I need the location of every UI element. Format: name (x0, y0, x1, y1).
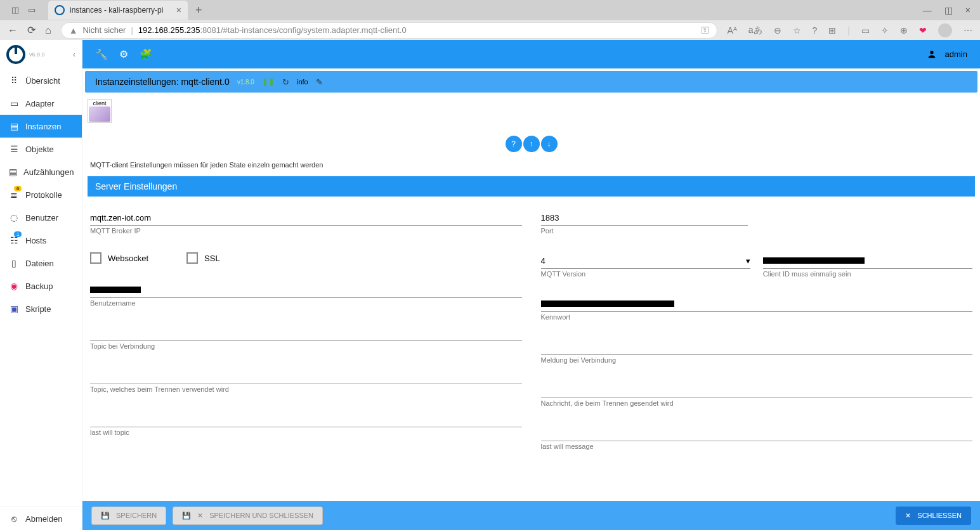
lwt-topic-input[interactable] (90, 411, 522, 427)
extensions-icon[interactable]: ⊞ (828, 25, 836, 36)
heart-icon[interactable]: ❤ (919, 25, 927, 36)
scripts-icon: ▣ (9, 304, 19, 314)
font-icon[interactable]: Aᴬ (727, 25, 736, 36)
redacted-value (541, 301, 674, 307)
instance-version: v1.8.0 (237, 79, 254, 86)
checkbox-icon[interactable] (186, 252, 198, 264)
nav-bar: ← ⟳ ⌂ ▲ Nicht sicher | 192.168.255.235:8… (0, 20, 980, 40)
sidebar-item-overview[interactable]: ⠿Übersicht (0, 69, 82, 92)
lwt-msg-label: last will message (541, 443, 973, 450)
collections-icon[interactable]: ⊕ (900, 25, 908, 36)
sidebar-item-hosts[interactable]: 1☷Hosts (0, 229, 82, 252)
section-header: Server Einstellungen (88, 176, 975, 197)
download-button[interactable]: ↓ (541, 136, 558, 152)
action-row: ? ↑ ↓ (88, 136, 975, 152)
sidebar-logout[interactable]: ⎋Abmelden (0, 507, 82, 530)
puzzle-icon[interactable]: 🧩 (140, 48, 152, 60)
mqtt-version-label: MQTT Version (541, 270, 750, 278)
msg-connect-label: Meldung bei Verbindung (541, 356, 973, 364)
save-close-button[interactable]: 💾 ✕ SPEICHERN UND SCHLIESSEN (173, 507, 323, 525)
avatar-icon (924, 49, 940, 60)
lwt-msg-input[interactable] (541, 425, 973, 441)
sidebar-item-instances[interactable]: ▤Instanzen (0, 115, 82, 138)
settings-form: MQTT Broker IP Websocket SSL Benutzernam… (88, 209, 975, 481)
address-bar[interactable]: ▲ Nicht sicher | 192.168.255.235:8081/#t… (61, 22, 718, 39)
info-link[interactable]: info (297, 78, 308, 86)
user-menu[interactable]: admin (924, 49, 967, 60)
refresh-icon[interactable]: ⟳ (27, 24, 36, 36)
sidebar-item-backup[interactable]: ◉Backup (0, 275, 82, 297)
checkbox-icon[interactable] (90, 252, 101, 264)
topic-disconnect-input[interactable] (90, 368, 522, 384)
help-icon[interactable]: ? (813, 25, 818, 36)
gear-icon[interactable]: ⚙ (119, 48, 128, 60)
favorite-icon[interactable]: ☆ (793, 25, 801, 36)
security-label: Nicht sicher (83, 25, 126, 35)
zoom-icon[interactable]: ⊖ (774, 25, 781, 36)
app-root: v6.8.0 ‹ ⠿Übersicht ▭Adapter ▤Instanzen … (0, 40, 980, 530)
sidebar-item-files[interactable]: ▯Dateien (0, 252, 82, 275)
chevron-down-icon: ▾ (746, 256, 750, 266)
workspace-icon[interactable]: ◫ (11, 5, 22, 15)
maximize-icon[interactable]: ◫ (944, 5, 953, 15)
msg-connect-input[interactable] (541, 339, 973, 355)
wrench-icon[interactable]: 🔧 (95, 48, 108, 60)
save-icon: 💾 (182, 512, 191, 520)
username-input[interactable] (90, 281, 522, 298)
restart-icon[interactable]: ↻ (282, 77, 289, 87)
minimize-icon[interactable]: — (923, 5, 932, 15)
home-icon[interactable]: ⌂ (45, 25, 51, 36)
close-window-icon[interactable]: × (965, 5, 970, 15)
content-area: client ? ↑ ↓ MQTT-client Einstellungen m… (82, 95, 980, 501)
ssl-checkbox[interactable]: SSL (186, 252, 220, 264)
port-label: Port (541, 227, 748, 235)
client-id-input[interactable] (763, 252, 972, 269)
client-id-label: Client ID muss einmalig sein (763, 270, 972, 278)
collapse-sidebar-icon[interactable]: ‹ (73, 50, 75, 59)
window-icon[interactable]: ▭ (28, 5, 38, 15)
edit-icon[interactable]: ✎ (316, 77, 323, 87)
msg-disconnect-input[interactable] (541, 382, 973, 398)
new-tab-button[interactable]: + (195, 4, 202, 17)
enum-icon: ▤ (9, 167, 17, 177)
save-button[interactable]: 💾 SPEICHERN (91, 507, 166, 525)
mqtt-version-select[interactable]: 4 ▾ (541, 252, 750, 269)
badge-count: 1 (14, 231, 22, 237)
pause-icon[interactable]: ❚❚ (262, 77, 275, 86)
broker-ip-input[interactable] (90, 209, 522, 226)
sidebar-item-enums[interactable]: ▤Aufzählungen (0, 160, 82, 183)
sidebar-item-logs[interactable]: 6≣Protokolle (0, 183, 82, 206)
save-icon: 💾 (101, 512, 110, 520)
redacted-value (90, 287, 141, 293)
port-input[interactable] (541, 209, 748, 226)
msg-disconnect-label: Nachricht, die beim Trennen gesendet wir… (541, 399, 973, 407)
tab-close-icon[interactable]: × (176, 5, 181, 15)
grid-icon: ⠿ (9, 75, 19, 86)
favorites-icon[interactable]: ✧ (881, 25, 889, 36)
upload-button[interactable]: ↑ (523, 136, 540, 152)
backup-icon: ◉ (9, 281, 19, 291)
sidebar-item-objects[interactable]: ☰Objekte (0, 138, 82, 160)
tabs-icon[interactable]: ▭ (861, 25, 870, 36)
footer-bar: 💾 SPEICHERN 💾 ✕ SPEICHERN UND SCHLIESSEN… (82, 501, 980, 530)
browser-tab[interactable]: instances - kali-raspberry-pi × (48, 1, 188, 20)
sidebar-item-adapter[interactable]: ▭Adapter (0, 92, 82, 115)
instances-icon: ▤ (9, 121, 19, 131)
websocket-checkbox[interactable]: Websocket (90, 252, 148, 264)
more-icon[interactable]: ⋯ (964, 25, 972, 36)
tab-title: instances - kali-raspberry-pi (70, 6, 171, 15)
tab-bar: ◫ ▭ instances - kali-raspberry-pi × + — … (0, 0, 980, 20)
profile-icon[interactable] (938, 23, 952, 37)
translate-icon[interactable]: aあ (748, 25, 762, 36)
sidebar-item-scripts[interactable]: ▣Skripte (0, 297, 82, 320)
close-icon: ✕ (197, 512, 203, 520)
username-label: Benutzername (90, 299, 522, 307)
back-icon[interactable]: ← (8, 25, 18, 36)
close-button[interactable]: ✕ SCHLIESSEN (896, 507, 971, 525)
sidebar-item-users[interactable]: ◌Benutzer (0, 206, 82, 229)
key-icon[interactable]: ⚿ (701, 25, 709, 35)
help-button[interactable]: ? (506, 136, 522, 152)
password-input[interactable] (541, 295, 973, 312)
iobroker-logo-icon[interactable] (6, 45, 25, 64)
topic-connect-input[interactable] (90, 325, 522, 341)
